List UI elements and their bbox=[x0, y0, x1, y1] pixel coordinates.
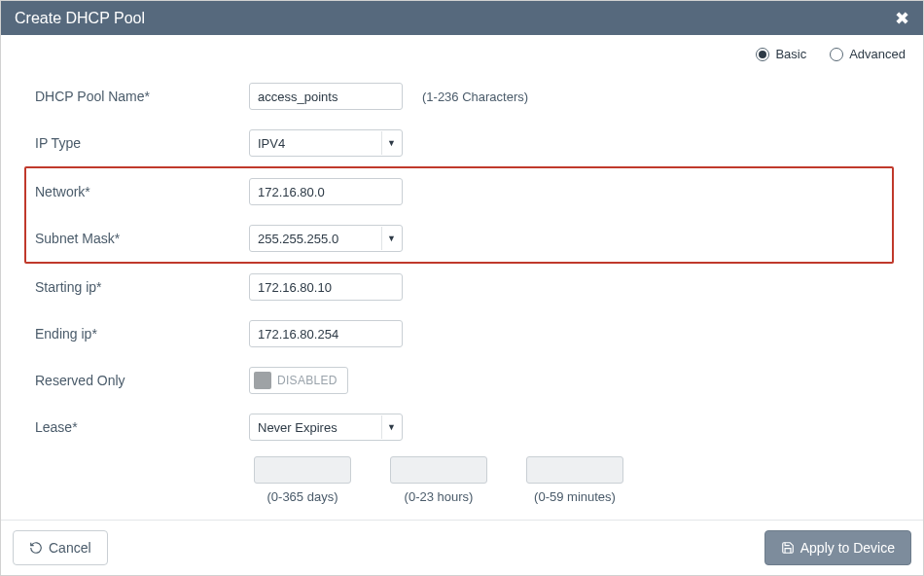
toggle-knob-icon bbox=[254, 372, 271, 389]
network-input[interactable] bbox=[249, 178, 403, 205]
view-advanced-label: Advanced bbox=[849, 47, 906, 61]
apply-label: Apply to Device bbox=[800, 540, 895, 556]
pool-name-label: DHCP Pool Name* bbox=[30, 89, 249, 104]
view-mode-switch: Basic Advanced bbox=[1, 35, 923, 67]
dialog-footer: Cancel Apply to Device bbox=[1, 520, 923, 575]
close-icon[interactable]: ✖ bbox=[895, 10, 909, 27]
ending-ip-label: Ending ip* bbox=[30, 326, 249, 342]
pool-name-hint: (1-236 Characters) bbox=[405, 90, 528, 104]
form: DHCP Pool Name* (1-236 Characters) IP Ty… bbox=[1, 67, 923, 504]
cancel-label: Cancel bbox=[49, 540, 91, 556]
radio-icon bbox=[830, 48, 843, 61]
row-reserved-only: Reserved Only DISABLED bbox=[30, 357, 894, 404]
apply-button[interactable]: Apply to Device bbox=[764, 530, 911, 565]
subnet-mask-value[interactable] bbox=[249, 225, 403, 252]
radio-icon bbox=[756, 48, 769, 61]
reserved-only-state: DISABLED bbox=[277, 374, 338, 387]
dialog-header: Create DHCP Pool ✖ bbox=[1, 1, 923, 35]
reserved-only-label: Reserved Only bbox=[30, 373, 249, 388]
row-pool-name: DHCP Pool Name* (1-236 Characters) bbox=[30, 73, 894, 120]
row-ip-type: IP Type ▼ bbox=[30, 120, 894, 166]
highlighted-network-section: Network* Subnet Mask* ▼ bbox=[24, 166, 894, 264]
subnet-mask-select[interactable]: ▼ bbox=[249, 225, 403, 252]
starting-ip-input[interactable] bbox=[249, 273, 403, 301]
row-starting-ip: Starting ip* bbox=[30, 264, 894, 310]
dialog-title: Create DHCP Pool bbox=[15, 10, 145, 27]
lease-hours-hint: (0-23 hours) bbox=[390, 489, 487, 504]
view-basic-radio[interactable]: Basic bbox=[756, 47, 806, 61]
lease-hours-input bbox=[390, 456, 487, 484]
lease-label: Lease* bbox=[30, 419, 249, 435]
lease-days-input bbox=[254, 456, 351, 484]
ip-type-select[interactable]: ▼ bbox=[249, 129, 403, 157]
ending-ip-input[interactable] bbox=[249, 320, 403, 347]
row-lease-duration: (0-365 days) (0-23 hours) (0-59 minutes) bbox=[30, 456, 894, 504]
lease-minutes-hint: (0-59 minutes) bbox=[526, 489, 623, 504]
lease-value[interactable] bbox=[249, 414, 403, 441]
lease-minutes-input bbox=[526, 456, 623, 484]
undo-icon bbox=[29, 541, 43, 555]
network-label: Network* bbox=[30, 184, 249, 199]
row-network: Network* bbox=[30, 168, 892, 215]
ip-type-label: IP Type bbox=[30, 135, 249, 151]
row-subnet-mask: Subnet Mask* ▼ bbox=[30, 215, 892, 262]
pool-name-input[interactable] bbox=[249, 83, 403, 110]
lease-select[interactable]: ▼ bbox=[249, 414, 403, 441]
ip-type-value[interactable] bbox=[249, 129, 403, 157]
reserved-only-toggle[interactable]: DISABLED bbox=[249, 367, 348, 394]
row-ending-ip: Ending ip* bbox=[30, 310, 894, 357]
save-icon bbox=[781, 541, 795, 555]
subnet-mask-label: Subnet Mask* bbox=[30, 231, 249, 246]
view-basic-label: Basic bbox=[775, 47, 806, 61]
row-lease: Lease* ▼ bbox=[30, 404, 894, 450]
starting-ip-label: Starting ip* bbox=[30, 279, 249, 295]
view-advanced-radio[interactable]: Advanced bbox=[830, 47, 906, 61]
cancel-button[interactable]: Cancel bbox=[13, 530, 108, 565]
lease-days-hint: (0-365 days) bbox=[254, 489, 351, 504]
